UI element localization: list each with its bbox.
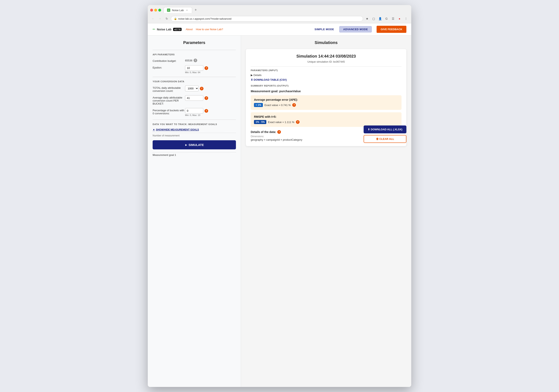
browser-window: ✏ Noise Lab × + ← → ↻ 🔒 noise-lab.uc.r.a… [148, 5, 411, 387]
header-nav: About How to use Noise Lab? [186, 28, 223, 31]
pct-zero-help-icon[interactable]: ? [205, 109, 208, 113]
browser-nav: ← → ↻ 🔒 noise-lab.uc.r.appspot.com/?mode… [150, 15, 409, 23]
forward-button[interactable]: → [157, 16, 163, 21]
rmspe-help-icon[interactable]: ? [296, 120, 299, 124]
contribution-budget-help-icon[interactable]: ? [194, 59, 197, 62]
epsilon-label: Epsilon: [153, 65, 185, 69]
profile-icon[interactable]: 👤 [377, 16, 383, 21]
measurement-goal-1-label: Measurement goal 1 [153, 152, 236, 157]
main-layout: Parameters API PARAMETERS Contribution b… [148, 36, 411, 387]
epsilon-help-icon[interactable]: ? [205, 66, 208, 70]
minimize-traffic-light[interactable] [154, 9, 157, 11]
avg-daily-input[interactable] [185, 95, 203, 101]
logo-text: Noise Lab [157, 28, 171, 31]
contribution-budget-row: Contribution budget: 65536 ? [153, 59, 236, 62]
tab-close-button[interactable]: × [186, 9, 189, 12]
parameters-title: Parameters [153, 40, 236, 45]
bookmark-icon[interactable]: ★ [364, 16, 370, 21]
logo-icon: ✏ [153, 27, 155, 31]
pct-zero-label: Percentage of buckets with 0 conversions… [153, 108, 185, 115]
rmspe-title: RMSPE with t=5: [254, 115, 398, 118]
browser-chrome: ✏ Noise Lab × + ← → ↻ 🔒 noise-lab.uc.r.a… [148, 5, 411, 23]
rmspe-row: 1% - 5% Exact value = 1.111 % ? [254, 120, 398, 124]
url-text: noise-lab.uc.r.appspot.com/?mode=advance… [178, 17, 232, 20]
epsilon-input[interactable] [185, 65, 203, 71]
how-to-link[interactable]: How to use Noise Lab? [196, 28, 223, 31]
tab-title: Noise Lab [172, 9, 184, 12]
avg-daily-row: Average daily attributable conversion co… [153, 95, 236, 105]
details-help-icon[interactable]: ? [277, 130, 281, 134]
pct-zero-hint: Min: 0, Max: 10 [185, 114, 208, 116]
traffic-lights [150, 9, 161, 11]
app-header: ✏ Noise Lab v2.7.0 About How to use Nois… [148, 23, 411, 36]
sim-id: Unique simulation ID: bc067445 [251, 60, 401, 63]
summary-section-label: SUMMARY REPORTS (OUTPUT) [251, 84, 401, 87]
avg-daily-help-icon[interactable]: ? [205, 96, 208, 100]
simulations-title: Simulations [246, 40, 406, 45]
ape-exact: Exact value = 0.741 % [264, 103, 291, 107]
record-icon[interactable]: ● [397, 16, 402, 21]
api-section-label: API PARAMETERS [153, 53, 236, 56]
floating-actions: ⬇ DOWNLOAD ALL (.XLSX) 🗑 CLEAR ALL [363, 125, 406, 143]
sidebar-icon[interactable]: ☰ [390, 16, 396, 21]
rmspe-exact: Exact value = 1.111 % [268, 121, 294, 124]
tab-favicon: ✏ [167, 9, 170, 12]
grammarly-icon[interactable]: G [384, 16, 389, 21]
details-toggle[interactable]: ▶ Details [251, 74, 401, 77]
browser-actions: ★ ▢ 👤 G ☰ ● ⋮ [364, 16, 409, 21]
avg-daily-label: Average daily attributable conversion co… [153, 95, 185, 105]
simulations-panel: Simulations Simulation 14:44:24 03/08/20… [241, 36, 411, 387]
epsilon-hint: Min: 0, Max: 64 [185, 71, 208, 74]
logo-area: ✏ Noise Lab v2.7.0 [153, 27, 182, 31]
rmspe-badge: 1% - 5% [254, 120, 266, 124]
measurement-goal-hint: Number of measurement [153, 133, 236, 137]
conversion-section-label: YOUR CONVERSION DATA [153, 80, 236, 83]
epsilon-row: Epsilon: ? Min: 0, Max: 64 [153, 65, 236, 74]
maximize-traffic-light[interactable] [158, 9, 161, 11]
reload-button[interactable]: ↻ [164, 16, 170, 21]
pct-zero-input[interactable] [185, 108, 203, 113]
ape-title: Average percentage error (APE): [254, 98, 398, 101]
address-bar[interactable]: 🔒 noise-lab.uc.r.appspot.com/?mode=advan… [171, 16, 363, 21]
new-tab-button[interactable]: + [193, 7, 199, 13]
menu-icon[interactable]: ⋮ [403, 16, 409, 21]
mode-buttons: SIMPLE MODE ADVANCED MODE GIVE FEEDBACK [311, 26, 406, 33]
measurement-section-label: DATA YOU WANT TO TRACK: MEASUREMENT GOAL… [153, 123, 236, 125]
extensions-icon[interactable]: ▢ [371, 16, 376, 21]
params-input-label: PARAMETERS (INPUT) [251, 69, 401, 72]
rmspe-metric-card: RMSPE with t=5: 1% - 5% Exact value = 1.… [251, 112, 401, 127]
about-link[interactable]: About [186, 28, 193, 31]
sim-card-title: Simulation 14:44:24 03/08/2023 [251, 54, 401, 59]
close-traffic-light[interactable] [150, 9, 153, 11]
contribution-budget-value: 65536 [185, 59, 192, 62]
sim-content-area: Simulation 14:44:24 03/08/2023 Unique si… [246, 49, 406, 146]
measurement-goal-label: Measurement goal: purchaseValue [251, 89, 401, 93]
tab-bar: ✏ Noise Lab × + [164, 7, 409, 13]
ape-badge: < 1% [254, 103, 263, 107]
download-table-link[interactable]: ⬇ DOWNLOAD TABLE (CSV) [251, 78, 401, 81]
advanced-mode-button[interactable]: ADVANCED MODE [339, 26, 372, 32]
total-daily-label: TOTAL daily attributable conversion coun… [153, 85, 185, 93]
simple-mode-button[interactable]: SIMPLE MODE [311, 26, 338, 32]
total-daily-row: TOTAL daily attributable conversion coun… [153, 85, 236, 93]
total-daily-select[interactable]: 1000 500 2000 [185, 85, 199, 91]
parameters-panel: Parameters API PARAMETERS Contribution b… [148, 36, 241, 387]
ape-help-icon[interactable]: ? [292, 103, 296, 107]
simulate-button[interactable]: ► SIMULATE [153, 140, 236, 149]
feedback-button[interactable]: GIVE FEEDBACK [377, 26, 406, 33]
pct-zero-row: Percentage of buckets with 0 conversions… [153, 108, 236, 116]
download-all-button[interactable]: ⬇ DOWNLOAD ALL (.XLSX) [363, 125, 406, 133]
show-hide-link[interactable]: ▼ SHOW/HIDE MEASUREMENT GOALS [153, 128, 236, 131]
active-tab[interactable]: ✏ Noise Lab × [164, 7, 192, 13]
clear-all-button[interactable]: 🗑 CLEAR ALL [363, 135, 406, 143]
version-badge: v2.7.0 [173, 28, 182, 31]
ape-row: < 1% Exact value = 0.741 % ? [254, 103, 398, 107]
back-button[interactable]: ← [150, 16, 156, 21]
ape-metric-card: Average percentage error (APE): < 1% Exa… [251, 95, 401, 110]
contribution-budget-label: Contribution budget: [153, 59, 185, 62]
total-daily-help-icon[interactable]: ? [200, 87, 204, 90]
